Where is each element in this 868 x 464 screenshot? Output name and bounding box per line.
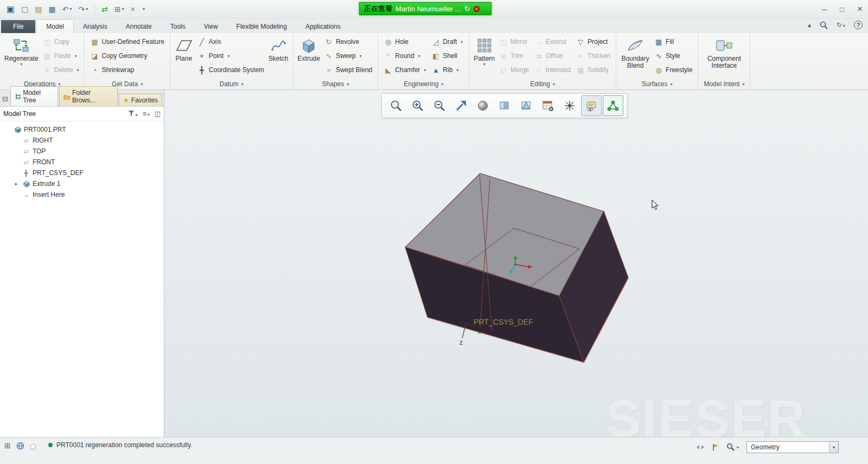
style-button[interactable]: ∿Style [652, 49, 695, 63]
plane-button[interactable]: Plane [173, 35, 195, 63]
tab-model[interactable]: Model [36, 20, 74, 33]
pattern-button[interactable]: Pattern ▾ [472, 35, 496, 68]
tree-settings-button[interactable]: ◫ [155, 110, 161, 118]
thicken-button[interactable]: ≡Thicken [573, 49, 613, 63]
freestyle-button[interactable]: ◍Freestyle [652, 63, 695, 77]
point-button[interactable]: ×Point▾ [195, 49, 267, 63]
tree-item-right-plane[interactable]: ▱ RIGHT [0, 135, 164, 146]
round-button[interactable]: ◝Round▾ [381, 49, 429, 63]
tree-item-front-plane[interactable]: ▱ FRONT [0, 157, 164, 167]
component-interface-button[interactable]: Component Interface [701, 35, 747, 70]
project-button[interactable]: ▽Project [573, 35, 613, 49]
zoom-out-button[interactable] [429, 95, 450, 116]
tab-tools[interactable]: Tools [161, 20, 195, 33]
undo-button[interactable]: ↶▾ [60, 4, 74, 14]
user-defined-feature-button[interactable]: ▦User-Defined Feature [87, 35, 167, 49]
tab-flexible-modeling[interactable]: Flexible Modeling [227, 20, 296, 33]
tree-item-insert-here[interactable]: → Insert Here [0, 189, 164, 200]
tree-filter-button[interactable]: ▾ [128, 110, 138, 118]
help-button[interactable]: ? [854, 21, 863, 29]
group-label-editing[interactable]: Editing▾ [469, 79, 616, 89]
datum-display-filters-button[interactable] [559, 95, 580, 116]
trim-button[interactable]: ⊘Trim [496, 49, 532, 63]
chamfer-button[interactable]: ◣Chamfer▾ [381, 63, 429, 77]
open-file-button[interactable]: ▤ [33, 4, 44, 14]
revolve-button[interactable]: ↻Revolve [322, 35, 375, 49]
tab-applications[interactable]: Applications [296, 20, 350, 33]
group-label-shapes[interactable]: Shapes▾ [293, 79, 378, 89]
maximize-button[interactable]: □ [840, 5, 844, 14]
regenerate-button[interactable]: Regenerate ▾ [3, 35, 40, 68]
paste-button[interactable]: ▥Paste▾ [40, 49, 82, 63]
draft-button[interactable]: ◿Draft▾ [429, 35, 465, 49]
full-screen-toggle-icon[interactable]: ▢ [30, 442, 36, 449]
copy-button[interactable]: ◫Copy [40, 35, 82, 49]
redo-button[interactable]: ↷▾ [76, 4, 91, 14]
group-label-model-intent[interactable]: Model Intent▾ [698, 79, 750, 89]
intersect-button[interactable]: ∩Intersect [532, 63, 573, 77]
tab-analysis[interactable]: Analysis [74, 20, 117, 33]
shell-button[interactable]: ◧Shell [429, 49, 465, 63]
navigator-options-icon[interactable]: ⊟ [2, 95, 8, 103]
tab-annotate[interactable]: Annotate [117, 20, 161, 33]
browser-toggle-icon[interactable] [16, 442, 24, 450]
regenerate-quick-button[interactable]: ⇄ [99, 4, 110, 14]
minimize-button[interactable]: ─ [822, 5, 827, 14]
expand-arrow-icon[interactable]: ▸ [13, 181, 20, 186]
group-label-surfaces[interactable]: Surfaces▾ [616, 79, 698, 89]
sketch-button[interactable]: Sketch [267, 35, 290, 63]
tree-item-extrude[interactable]: ▸ Extrude 1 [0, 178, 164, 189]
zoom-region-button[interactable] [386, 95, 406, 116]
copy-geometry-button[interactable]: ◪Copy Geometry [87, 49, 167, 63]
save-button[interactable]: ▦ [47, 4, 58, 14]
command-search-icon[interactable] [820, 21, 828, 29]
extrude-button[interactable]: Extrude [296, 35, 322, 63]
extend-button[interactable]: →Extend [532, 35, 573, 49]
select-items-icon[interactable] [696, 443, 705, 451]
display-style-button[interactable] [494, 95, 515, 116]
view-manager-button[interactable] [538, 95, 558, 116]
section-view-button[interactable] [516, 95, 537, 116]
toolbar-overflow-button[interactable]: ▾ [139, 5, 147, 12]
rib-button[interactable]: ▲Rib▾ [429, 63, 465, 77]
mirror-button[interactable]: ◫Mirror [496, 35, 532, 49]
resource-center-button[interactable]: ↻▾ [837, 21, 845, 29]
coordinate-system-button[interactable]: ╋Coordinate System [195, 63, 267, 77]
close-button[interactable]: × [857, 4, 863, 15]
app-menu-button[interactable]: ▣ [4, 4, 17, 15]
tree-item-part[interactable]: PRT0001.PRT [0, 124, 164, 135]
fill-button[interactable]: ▦Fill [652, 35, 695, 49]
tab-view[interactable]: View [195, 20, 227, 33]
shading-button[interactable] [473, 95, 493, 116]
zoom-in-button[interactable] [407, 95, 428, 116]
selection-filter-dropdown[interactable]: Geometry ▾ [746, 441, 839, 453]
tab-model-tree[interactable]: Model Tree [10, 86, 58, 106]
solidify-button[interactable]: ▩Solidify [573, 63, 613, 77]
tree-item-csys[interactable]: ╋ PRT_CSYS_DEF [0, 167, 164, 178]
refit-button[interactable] [451, 95, 471, 116]
group-label-engineering[interactable]: Engineering▾ [378, 79, 469, 89]
new-file-button[interactable]: ▢ [19, 4, 30, 14]
merge-button[interactable]: ⊔Merge [496, 63, 532, 77]
close-window-button[interactable]: × [129, 4, 137, 14]
tab-file[interactable]: File [1, 20, 35, 33]
minimize-ribbon-button[interactable]: ▴ [808, 22, 811, 28]
axis-button[interactable]: ╱Axis [195, 35, 267, 49]
shrinkwrap-button[interactable]: ◔Shrinkwrap [87, 63, 167, 77]
swept-blend-button[interactable]: ≈Swept Blend [322, 63, 375, 77]
hole-button[interactable]: ◎Hole [381, 35, 429, 49]
windows-button[interactable]: ⊞▾ [112, 4, 126, 14]
navigator-toggle-icon[interactable]: ⊞ [4, 441, 11, 450]
tab-favorites[interactable]: ★ Favorites [119, 94, 162, 106]
sweep-button[interactable]: ∿Sweep▾ [322, 49, 375, 63]
spin-center-button[interactable] [603, 95, 623, 116]
boundary-blend-button[interactable]: Boundary Blend [619, 35, 652, 70]
3d-viewport[interactable]: PRT_CSYS_DEF z x [164, 90, 868, 437]
annotation-display-button[interactable] [581, 95, 602, 116]
flag-icon[interactable] [712, 443, 719, 452]
tab-folder-browser[interactable]: Folder Brows... [59, 86, 118, 106]
tree-display-button[interactable]: ≡▾ [143, 110, 150, 118]
tree-item-top-plane[interactable]: ▱ TOP [0, 146, 164, 157]
group-label-datum[interactable]: Datum▾ [170, 79, 293, 89]
offset-button[interactable]: ⇉Offset [532, 49, 573, 63]
